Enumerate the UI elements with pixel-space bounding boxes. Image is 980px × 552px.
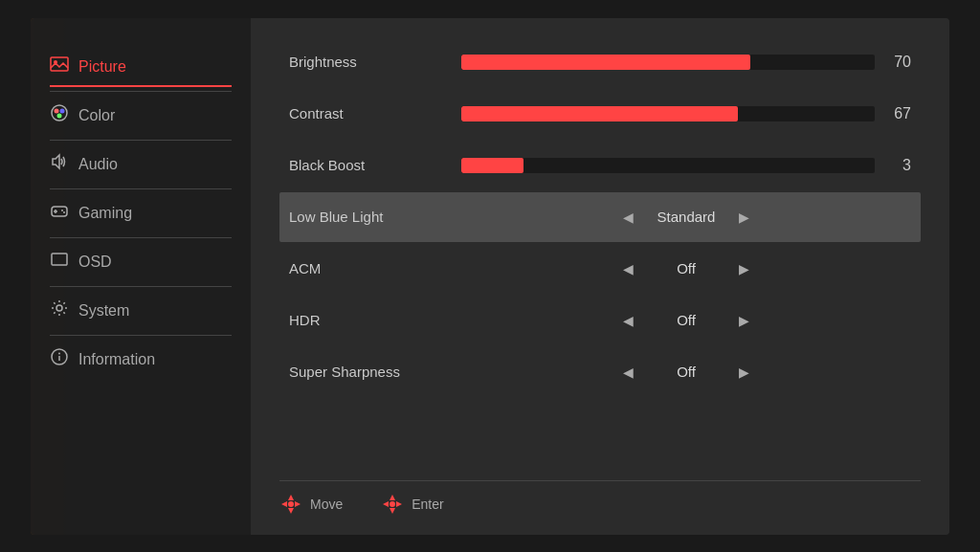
setting-name-contrast: Contrast [289,105,461,121]
black-boost-value: 3 [882,157,911,174]
sidebar-item-system[interactable]: System [31,291,251,331]
low-blue-light-value: Standard [648,209,724,225]
svg-point-12 [56,305,62,311]
super-sharpness-control: ◀ Off ▶ [461,364,911,380]
black-boost-slider-track[interactable] [461,158,875,173]
sidebar-divider-4 [50,237,232,238]
sidebar-divider-3 [50,188,232,189]
svg-point-20 [288,501,294,507]
setting-row-black-boost: Black Boost 3 [279,141,921,190]
sidebar-label-gaming: Gaming [78,205,132,222]
svg-point-10 [63,211,65,213]
sidebar-divider-2 [50,140,232,141]
super-sharpness-arrow-left[interactable]: ◀ [623,364,634,380]
svg-rect-11 [52,254,67,265]
setting-row-hdr: HDR ◀ Off ▶ [279,296,921,345]
contrast-control: 67 [461,105,911,122]
bottom-bar: Move Enter [279,480,921,516]
setting-name-super-sharpness: Super Sharpness [289,364,461,380]
sidebar-label-color: Color [78,107,115,124]
setting-name-hdr: HDR [289,312,461,328]
low-blue-light-control: ◀ Standard ▶ [461,209,911,225]
information-icon [48,347,71,371]
svg-point-4 [60,109,65,114]
hdr-arrow-left[interactable]: ◀ [623,313,634,328]
hdr-value: Off [648,312,724,328]
low-blue-light-arrow-left[interactable]: ◀ [623,210,634,225]
brightness-value: 70 [882,54,911,71]
svg-point-2 [52,105,67,121]
contrast-slider-track[interactable] [461,106,875,121]
acm-arrow-right[interactable]: ▶ [739,261,749,276]
sidebar-divider-5 [50,286,232,287]
contrast-slider-fill [461,106,738,121]
svg-marker-18 [281,501,287,507]
brightness-control: 70 [461,54,911,71]
enter-icon [381,493,404,516]
setting-row-super-sharpness: Super Sharpness ◀ Off ▶ [279,347,921,397]
svg-point-5 [57,114,62,119]
sidebar-label-picture: Picture [78,58,126,76]
enter-hint: Enter [381,493,443,516]
main-content: Brightness 70 Contrast 67 [251,18,949,535]
sidebar-divider-1 [50,91,232,92]
setting-name-acm: ACM [289,260,461,276]
hdr-arrow-right[interactable]: ▶ [739,313,749,328]
svg-rect-0 [51,57,68,71]
acm-arrow-left[interactable]: ◀ [623,261,634,276]
contrast-value: 67 [882,105,911,122]
svg-marker-21 [390,495,395,500]
black-boost-control: 3 [461,157,911,174]
brightness-slider-track[interactable] [461,55,875,70]
sidebar: Picture Color A [31,18,251,535]
sidebar-item-audio[interactable]: Audio [31,144,251,185]
svg-marker-16 [288,495,294,500]
setting-row-low-blue-light: Low Blue Light ◀ Standard ▶ [279,192,921,242]
svg-marker-19 [295,501,301,507]
setting-row-brightness: Brightness 70 [279,37,921,87]
enter-label: Enter [412,497,443,512]
sidebar-label-audio: Audio [78,156,118,173]
acm-value: Off [648,260,724,276]
sidebar-item-information[interactable]: Information [31,340,251,380]
svg-point-3 [55,109,59,114]
move-hint: Move [279,493,343,516]
brightness-slider-fill [461,55,750,70]
sidebar-label-osd: OSD [78,254,112,271]
sidebar-divider-6 [50,335,232,336]
acm-control: ◀ Off ▶ [461,260,911,276]
monitor-frame: Picture Color A [31,18,949,535]
sidebar-label-information: Information [78,351,155,368]
system-icon [48,298,71,322]
gaming-icon [48,201,71,225]
hdr-control: ◀ Off ▶ [461,312,911,328]
osd-icon [48,250,71,274]
svg-marker-22 [390,508,395,514]
move-label: Move [310,497,343,512]
svg-marker-24 [396,501,402,507]
svg-marker-23 [383,501,389,507]
svg-marker-17 [288,508,294,514]
sidebar-item-color[interactable]: Color [31,96,251,136]
settings-list: Brightness 70 Contrast 67 [279,37,921,471]
setting-row-contrast: Contrast 67 [279,89,921,139]
setting-name-black-boost: Black Boost [289,157,461,173]
sidebar-item-gaming[interactable]: Gaming [31,193,251,233]
sidebar-item-picture[interactable]: Picture [31,47,251,87]
setting-name-low-blue-light: Low Blue Light [289,209,461,225]
move-icon [279,493,302,516]
svg-point-15 [58,353,60,355]
setting-name-brightness: Brightness [289,54,461,70]
black-boost-slider-fill [461,158,523,173]
sidebar-label-system: System [78,302,129,320]
svg-point-25 [390,501,395,507]
super-sharpness-value: Off [648,364,724,380]
svg-point-9 [61,210,63,211]
super-sharpness-arrow-right[interactable]: ▶ [739,364,749,380]
color-icon [48,103,71,127]
low-blue-light-arrow-right[interactable]: ▶ [739,210,749,225]
sidebar-item-osd[interactable]: OSD [31,242,251,282]
audio-icon [48,152,71,176]
picture-icon [48,55,71,78]
setting-row-acm: ACM ◀ Off ▶ [279,244,921,294]
